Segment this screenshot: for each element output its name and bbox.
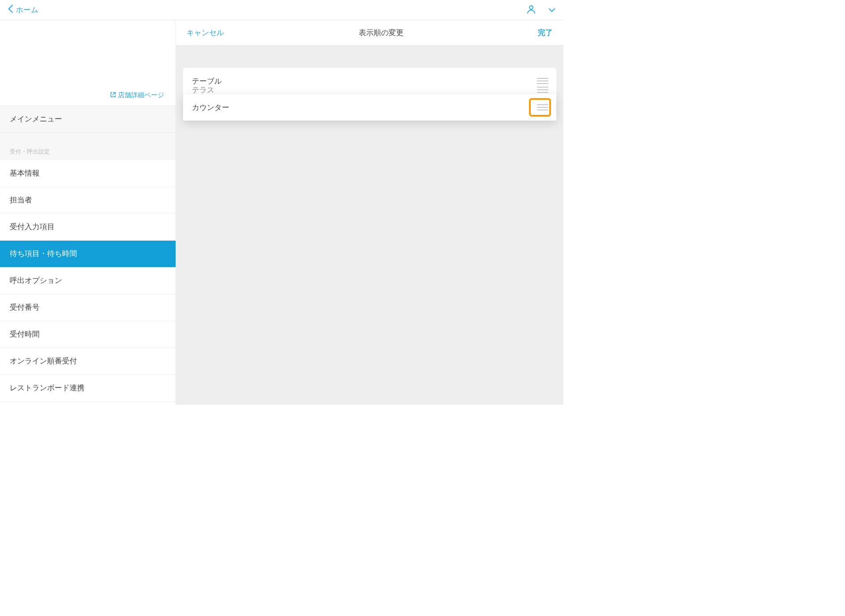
drag-handle-icon[interactable]	[537, 78, 548, 84]
back-label: ホーム	[16, 5, 38, 15]
chevron-left-icon	[8, 4, 13, 15]
sidebar-section-label: 受付・呼出設定	[0, 133, 176, 160]
detail-title: 表示順の変更	[359, 28, 404, 38]
sidebar-item-reception-hours[interactable]: 受付時間	[0, 321, 176, 348]
sidebar-item-basic-info[interactable]: 基本情報	[0, 160, 176, 187]
back-button[interactable]: ホーム	[8, 4, 38, 15]
sidebar-item-input-fields[interactable]: 受付入力項目	[0, 214, 176, 241]
chevron-down-icon[interactable]	[548, 6, 555, 14]
svg-point-0	[529, 6, 533, 9]
user-icon[interactable]	[526, 4, 536, 16]
drag-handle-icon[interactable]	[537, 104, 548, 110]
sidebar-header-area: 店舗詳細ページ	[0, 20, 176, 106]
top-bar: ホーム	[0, 0, 563, 20]
reorder-list: テーブル テラス カウンター	[183, 68, 556, 129]
sidebar-item-call-options[interactable]: 呼出オプション	[0, 268, 176, 294]
detail-pane: キャンセル 表示順の変更 完了 テーブル テラス カウンター	[176, 20, 563, 405]
store-detail-link[interactable]: 店舗詳細ページ	[110, 91, 164, 99]
done-button[interactable]: 完了	[538, 28, 553, 38]
store-detail-label: 店舗詳細ページ	[118, 91, 164, 99]
sidebar-item-wait-settings[interactable]: 待ち項目・待ち時間	[0, 241, 176, 268]
external-link-icon	[110, 92, 116, 99]
cancel-button[interactable]: キャンセル	[187, 28, 224, 38]
sidebar: 店舗詳細ページ メインメニュー 受付・呼出設定 基本情報 担当者 受付入力項目 …	[0, 20, 176, 405]
list-item-dragging[interactable]: カウンター	[183, 94, 556, 121]
sidebar-item-online-queue[interactable]: オンライン順番受付	[0, 348, 176, 375]
sidebar-item-reception-number[interactable]: 受付番号	[0, 294, 176, 321]
detail-header: キャンセル 表示順の変更 完了	[176, 20, 563, 46]
list-item-label: カウンター	[192, 103, 229, 113]
sidebar-item-restaurant-board[interactable]: レストランボード連携	[0, 375, 176, 402]
sidebar-main-menu[interactable]: メインメニュー	[0, 106, 176, 133]
list-item-label: テラス	[192, 85, 214, 95]
drag-handle-icon[interactable]	[537, 87, 548, 93]
sidebar-item-staff[interactable]: 担当者	[0, 187, 176, 214]
